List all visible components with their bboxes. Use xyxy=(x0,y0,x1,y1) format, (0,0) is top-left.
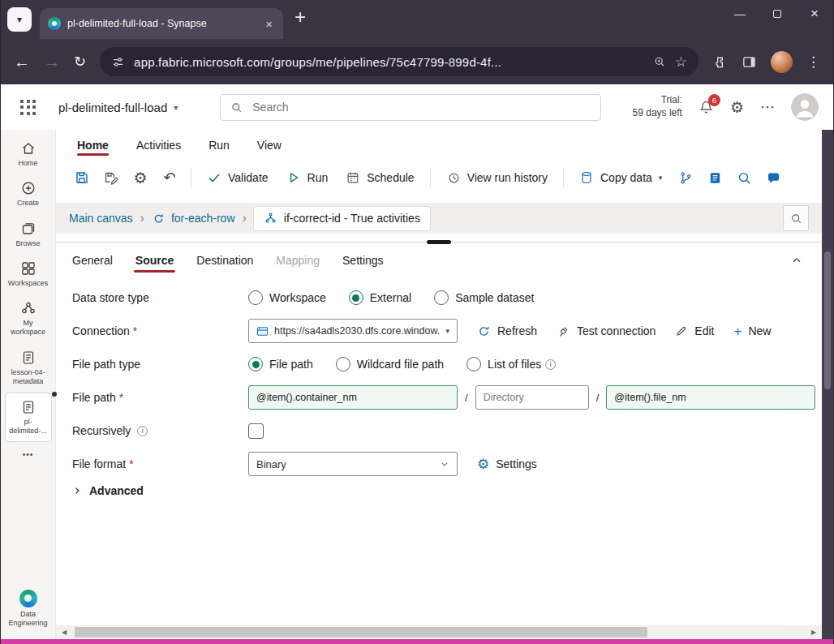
scroll-right-arrow[interactable]: ▶ xyxy=(808,629,819,636)
connection-combobox[interactable]: https://sa4adls2030.dfs.core.window... ▾ xyxy=(248,319,458,343)
breadcrumb-for-each-row[interactable]: for-each-row xyxy=(152,212,235,225)
new-tab-button[interactable]: + xyxy=(294,7,306,27)
browser-window: ▾ pl-delimited-full-load - Synapse × + —… xyxy=(0,0,834,644)
sidebar-item-pl-delimited[interactable]: pl-delimited-... xyxy=(5,393,52,442)
save-as-button[interactable] xyxy=(97,165,126,191)
ribbon-tab-view[interactable]: View xyxy=(257,139,282,159)
toolbar-separator xyxy=(563,168,564,187)
notebook-button[interactable] xyxy=(700,165,729,191)
sidebar-more-button[interactable]: ••• xyxy=(23,447,34,461)
feedback-chat-button[interactable] xyxy=(759,165,788,191)
search-icon xyxy=(790,213,802,225)
file-format-settings-button[interactable]: ⚙ Settings xyxy=(477,457,537,471)
refresh-connection-button[interactable]: Refresh xyxy=(477,324,537,338)
tab-destination[interactable]: Destination xyxy=(196,243,253,278)
pipeline-settings-button[interactable]: ⚙ xyxy=(126,165,155,191)
file-format-select[interactable]: Binary xyxy=(248,452,458,476)
save-button[interactable] xyxy=(67,165,97,191)
browser-profile-avatar[interactable] xyxy=(771,51,793,73)
ribbon-tab-activities[interactable]: Activities xyxy=(136,139,181,159)
settings-gear-icon[interactable]: ⚙ xyxy=(730,100,744,115)
scroll-left-arrow[interactable]: ◀ xyxy=(58,629,70,636)
browser-tab[interactable]: pl-delimited-full-load - Synapse × xyxy=(40,8,283,39)
tab-search-button[interactable]: ▾ xyxy=(7,7,32,32)
pipeline-title-menu[interactable]: pl-delimited-full-load ▾ xyxy=(58,101,178,114)
tab-settings[interactable]: Settings xyxy=(342,243,384,278)
tab-mapping: Mapping xyxy=(276,243,320,278)
back-button[interactable]: ← xyxy=(14,53,30,71)
ribbon-tabs: Home Activities Run View xyxy=(56,130,822,159)
sidebar-item-my-workspace[interactable]: My workspace xyxy=(2,294,54,342)
minimize-button[interactable]: — xyxy=(721,0,759,28)
directory-input[interactable] xyxy=(475,385,589,410)
tab-general[interactable]: General xyxy=(72,243,113,278)
recursively-checkbox[interactable] xyxy=(248,423,264,439)
copy-data-button[interactable]: Copy data ▾ xyxy=(570,165,671,191)
notifications-button[interactable]: 6 xyxy=(699,100,714,115)
site-settings-icon[interactable] xyxy=(111,55,125,69)
app-launcher-waffle-icon[interactable] xyxy=(20,100,36,115)
experience-switcher[interactable]: Data Engineering xyxy=(2,584,54,633)
account-avatar[interactable] xyxy=(791,93,819,121)
toolbar-search-button[interactable] xyxy=(729,165,759,191)
sidebar-item-home[interactable]: Home xyxy=(2,135,54,173)
radio-file-path[interactable]: File path xyxy=(248,357,313,371)
zoom-icon[interactable] xyxy=(653,55,666,68)
schedule-button[interactable]: Schedule xyxy=(337,165,423,191)
vertical-scrollbar[interactable] xyxy=(822,130,833,639)
pencil-icon xyxy=(675,324,688,337)
search-input[interactable] xyxy=(251,100,591,114)
history-clock-icon xyxy=(446,170,461,185)
sidebar-item-create[interactable]: Create xyxy=(2,174,54,213)
canvas-search-button[interactable] xyxy=(783,205,809,231)
horizontal-scrollbar-thumb[interactable] xyxy=(75,627,647,638)
radio-sample-dataset[interactable]: Sample dataset xyxy=(434,290,534,305)
sidebar-item-browse[interactable]: Browse xyxy=(2,215,54,253)
view-run-history-button[interactable]: View run history xyxy=(437,165,557,191)
chevron-down-icon: ▾ xyxy=(174,103,178,112)
search-icon xyxy=(737,170,752,186)
file-path-type-row: File path type File path Wildcard file p… xyxy=(72,351,822,377)
sidebar-item-workspaces[interactable]: Workspaces xyxy=(2,255,54,293)
extensions-icon[interactable] xyxy=(712,54,728,70)
more-options-icon[interactable]: ⋯ xyxy=(760,100,775,114)
source-control-button[interactable] xyxy=(671,165,700,191)
connection-value: https://sa4adls2030.dfs.core.window... xyxy=(274,325,440,337)
radio-wildcard-file-path[interactable]: Wildcard file path xyxy=(336,357,444,371)
validate-button[interactable]: Validate xyxy=(198,165,277,191)
breadcrumb-current-activity[interactable]: if-correct-id - True activities xyxy=(254,207,430,230)
new-connection-button[interactable]: + New xyxy=(733,324,771,338)
radio-list-of-files[interactable]: List of files i xyxy=(466,357,556,371)
vertical-scrollbar-thumb[interactable] xyxy=(824,251,831,389)
radio-external[interactable]: External xyxy=(349,290,411,305)
global-search[interactable] xyxy=(220,94,601,121)
panel-resize-handle[interactable] xyxy=(427,240,451,244)
advanced-expander[interactable]: Advanced xyxy=(72,484,822,497)
close-window-button[interactable]: × xyxy=(796,0,833,28)
side-panel-icon[interactable] xyxy=(742,54,757,70)
radio-checked-icon xyxy=(248,357,263,371)
test-connection-button[interactable]: Test connection xyxy=(557,324,656,338)
forward-button[interactable]: → xyxy=(44,53,60,71)
sidebar-item-lesson-04-metadata[interactable]: lesson-04-metadata xyxy=(2,344,54,392)
ribbon-tab-run[interactable]: Run xyxy=(208,139,230,159)
address-bar[interactable]: app.fabric.microsoft.com/groups/me/pipel… xyxy=(100,47,699,76)
radio-workspace[interactable]: Workspace xyxy=(248,290,326,305)
undo-button[interactable]: ↶ xyxy=(155,165,184,191)
breadcrumb-main-canvas[interactable]: Main canvas xyxy=(69,212,133,225)
bookmark-star-icon[interactable]: ☆ xyxy=(675,54,687,71)
run-button[interactable]: Run xyxy=(277,165,337,191)
reload-button[interactable]: ↻ xyxy=(74,53,86,71)
sidebar-item-label: pl-delimited-... xyxy=(6,418,51,436)
edit-connection-button[interactable]: Edit xyxy=(675,324,714,337)
file-name-expression-input[interactable] xyxy=(606,385,815,410)
tab-close-icon[interactable]: × xyxy=(263,17,275,31)
container-expression-input[interactable] xyxy=(248,385,458,410)
browser-menu-icon[interactable]: ⋮ xyxy=(806,54,820,71)
tab-source[interactable]: Source xyxy=(135,243,174,278)
trial-days: 59 days left xyxy=(633,107,682,120)
maximize-button[interactable] xyxy=(759,0,796,28)
collapse-panel-button[interactable] xyxy=(788,251,806,269)
ribbon-tab-home[interactable]: Home xyxy=(77,139,109,159)
horizontal-scrollbar[interactable]: ◀ ▶ xyxy=(56,625,822,639)
